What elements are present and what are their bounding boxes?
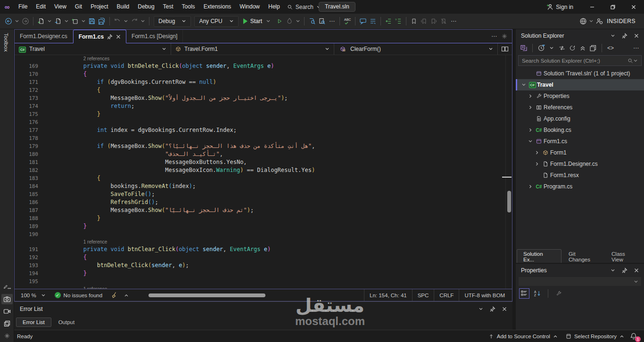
hot-reload-button[interactable]: [285, 16, 294, 27]
close-icon[interactable]: [116, 34, 121, 39]
view-code-icon[interactable]: <>: [606, 43, 615, 53]
line-number[interactable]: 183: [15, 174, 38, 182]
navigate-forward-button[interactable]: [21, 16, 30, 27]
sync-with-active-document-icon[interactable]: [558, 43, 566, 53]
bookmarks-overflow-button[interactable]: ⋯: [449, 16, 458, 27]
tree-item-properties[interactable]: Properties: [516, 90, 644, 102]
menu-test[interactable]: Test: [159, 0, 178, 14]
pending-changes-filter-icon[interactable]: [537, 43, 545, 53]
navigate-back-dropdown[interactable]: [14, 16, 20, 27]
codelens-line[interactable]: 1 reference: [15, 285, 512, 289]
menu-build[interactable]: Build: [113, 0, 134, 14]
line-number[interactable]: [15, 285, 38, 289]
code-line-182[interactable]: 182 MessageBoxIcon.Warning) == DialogRes…: [15, 166, 512, 174]
line-structure-button[interactable]: [368, 16, 378, 27]
close-icon[interactable]: [634, 33, 639, 38]
tree-item-form1-resx[interactable]: Form1.resx: [516, 170, 644, 181]
line-number[interactable]: 195: [15, 277, 38, 285]
code-line-193[interactable]: 193 btnDelete_Click(sender, e);: [15, 261, 512, 269]
save-button[interactable]: [87, 16, 97, 27]
tree-item-form1[interactable]: Form1: [516, 147, 644, 158]
code-line-180[interactable]: 180 "تـأكيـد الـحذف",: [15, 150, 512, 158]
menu-window[interactable]: Window: [235, 0, 264, 14]
decrease-indent-button[interactable]: [384, 16, 393, 27]
tab-overflow-button[interactable]: ⋯: [491, 33, 497, 40]
panel-tab-class-view[interactable]: Class View: [605, 250, 644, 264]
tree-item-references[interactable]: References: [516, 102, 644, 113]
code-line-170[interactable]: 170 {: [15, 70, 512, 78]
increase-indent-button[interactable]: ?: [394, 16, 403, 27]
web-browser-dropdown[interactable]: [588, 16, 594, 27]
code-line-190[interactable]: 190: [15, 230, 512, 238]
indentation-indicator[interactable]: SPC: [412, 289, 434, 301]
tree-item-solution-travel-sln-1-of-1-project[interactable]: Solution 'Travel.sln' (1 of 1 project): [516, 68, 644, 79]
code-line-178[interactable]: 178: [15, 134, 512, 142]
tab-form1-cs[interactable]: Form1.cs: [73, 30, 126, 43]
line-number[interactable]: 171: [15, 78, 38, 86]
code-line-176[interactable]: 176: [15, 118, 512, 126]
split-window-icon[interactable]: [498, 43, 512, 55]
annotate-pen-icon[interactable]: [1, 282, 13, 292]
menu-edit[interactable]: Edit: [32, 0, 50, 14]
save-all-button[interactable]: [97, 16, 107, 27]
screenshot-camera-icon[interactable]: [1, 294, 13, 304]
line-number[interactable]: 192: [15, 253, 38, 261]
tree-item-form1-designer-cs[interactable]: Form1.Designer.cs: [516, 158, 644, 170]
toggle-bookmark-button[interactable]: [409, 16, 419, 27]
zoom-level-dropdown[interactable]: 100 %: [17, 293, 50, 298]
line-number[interactable]: 193: [15, 261, 38, 269]
horizontal-scrollbar-thumb[interactable]: [149, 293, 266, 297]
menu-help[interactable]: Help: [264, 0, 284, 14]
hot-reload-dropdown[interactable]: [295, 16, 301, 27]
line-number[interactable]: 182: [15, 166, 38, 174]
line-number[interactable]: 187: [15, 206, 38, 214]
search-control[interactable]: Search: [287, 4, 321, 10]
line-number[interactable]: 174: [15, 102, 38, 110]
code-line-189[interactable]: 189 }: [15, 222, 512, 230]
menu-view[interactable]: View: [50, 0, 71, 14]
line-number[interactable]: [15, 55, 38, 62]
chevron-down-icon[interactable]: [520, 82, 528, 87]
tree-item-travel[interactable]: C#Travel: [516, 79, 644, 90]
sign-in-button[interactable]: Sign in: [546, 3, 573, 11]
line-number[interactable]: 169: [15, 62, 38, 70]
previous-bookmark-button[interactable]: [419, 16, 429, 27]
code-line-183[interactable]: 183 {: [15, 174, 512, 182]
toolbox-tab[interactable]: Toolbox: [3, 29, 9, 52]
tree-item-booking-cs[interactable]: C#Booking.cs: [516, 124, 644, 136]
line-number[interactable]: 176: [15, 118, 38, 126]
tab-form1-designer-cs[interactable]: Form1.Designer.cs: [15, 30, 73, 43]
code-line-192[interactable]: 192 {: [15, 253, 512, 261]
codelens-line[interactable]: 1 reference: [15, 238, 512, 245]
line-number[interactable]: 184: [15, 182, 38, 190]
web-browser-button[interactable]: [578, 16, 588, 27]
line-number[interactable]: 173: [15, 94, 38, 102]
switch-views-icon[interactable]: [520, 43, 528, 53]
line-number[interactable]: 185: [15, 190, 38, 198]
caret-position-indicator[interactable]: Ln: 154, Ch: 41: [364, 289, 412, 301]
menu-debug[interactable]: Debug: [133, 0, 158, 14]
chevron-right-icon[interactable]: [526, 128, 534, 132]
codelens-line[interactable]: 2 references: [15, 55, 512, 62]
start-without-debug-button[interactable]: [275, 16, 284, 27]
vertical-scrollbar-thumb[interactable]: [507, 191, 511, 212]
next-bookmark-button[interactable]: [429, 16, 438, 27]
code-line-194[interactable]: 194 }: [15, 269, 512, 277]
undo-button[interactable]: [113, 16, 122, 27]
line-number[interactable]: 172: [15, 86, 38, 94]
chevron-right-icon[interactable]: [526, 94, 534, 98]
tree-item-program-cs[interactable]: C#Program.cs: [516, 181, 644, 192]
pin-icon[interactable]: [622, 33, 627, 39]
property-pages-wrench-icon[interactable]: [553, 288, 564, 299]
find-in-solution-button[interactable]: [317, 16, 327, 27]
line-number[interactable]: 177: [15, 126, 38, 134]
line-number[interactable]: 189: [15, 222, 38, 230]
tree-item-app-config[interactable]: App.config: [516, 113, 644, 124]
gear-icon[interactable]: [1, 331, 13, 341]
pin-icon[interactable]: [490, 306, 495, 312]
code-line-171[interactable]: 171 if (dgvBookings.CurrentRow == null): [15, 78, 512, 86]
show-all-files-icon[interactable]: [589, 43, 597, 53]
menu-tools[interactable]: Tools: [178, 0, 199, 14]
code-line-195[interactable]: 195: [15, 277, 512, 285]
alphabetical-sort-icon[interactable]: AZ: [532, 288, 543, 299]
